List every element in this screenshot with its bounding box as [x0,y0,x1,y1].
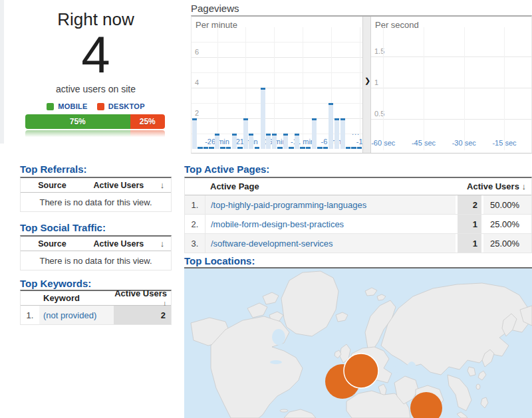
sort-descending-icon[interactable]: ↓ [154,180,171,190]
left-edge-strip [0,0,4,144]
percent-cell: 25.00% [483,215,531,233]
active-users-cell: 1 [456,234,483,253]
current-minute-loading-dots: ... [352,128,360,136]
active-users-cell: 2 [114,306,171,324]
sort-descending-icon[interactable]: ↓ [154,239,171,249]
world-map [184,268,532,418]
page-link[interactable]: /mobile-form-design-best-practices [211,219,344,229]
page-link[interactable]: /top-highly-paid-programming-languages [211,200,366,210]
col-active-page[interactable]: Active Page [205,181,461,191]
active-users-cell: 1 [456,215,483,233]
page-cell: /software-development-services [205,234,456,253]
col-source[interactable]: Source [21,181,84,190]
device-split-bar: 75% 25% [25,114,165,129]
table-header: Source Active Users ↓ [21,178,171,193]
mobile-swatch-icon [47,103,54,110]
top-locations-heading: Top Locations: [184,255,255,266]
legend-mobile: MOBILE [47,102,88,110]
col-source[interactable]: Source [21,239,84,249]
table-row: 3. /software-development-services 1 25.0… [185,234,531,253]
per-second-label: Per second [375,20,419,30]
top-keywords-heading: Top Keywords: [20,278,91,289]
page-cell: /top-highly-paid-programming-languages [205,195,456,214]
col-active-users[interactable]: Active Users ↓ [110,288,171,308]
desktop-swatch-icon [97,103,104,110]
top-active-pages-heading: Top Active Pages: [184,163,269,175]
active-users-subtitle: active users on site [20,84,172,94]
percent-cell: 50.00% [483,195,531,214]
chart-divider: ❯ [362,17,371,153]
keyword-cell: (not provided) [39,306,114,324]
sort-descending-icon[interactable]: ↓ [522,181,527,191]
table-row: 2. /mobile-form-design-best-practices 1 … [185,215,531,234]
col-active-users[interactable]: Active Users ↓ [461,181,531,191]
mobile-share-segment: 75% [25,114,130,129]
ga-realtime-dashboard: Right now 4 active users on site MOBILE … [0,0,532,418]
pageviews-title: Pageviews [191,3,239,14]
col-active-users[interactable]: Active Users [84,239,154,249]
col-active-users[interactable]: Active Users [84,181,154,190]
table-header: Keyword Active Users ↓ [21,291,171,306]
top-active-pages-table: Active Page Active Users ↓ 1. /top-highl… [184,177,532,253]
active-users-cell: 2 [456,195,483,214]
empty-state-text: There is no data for this view. [21,193,171,211]
table-header: Source Active Users ↓ [21,237,171,251]
legend-desktop-label: DESKTOP [108,102,145,110]
active-users-count: 4 [20,27,172,82]
top-referrals-heading: Top Referrals: [20,163,87,175]
desktop-share-segment: 25% [130,114,166,129]
row-rank: 1. [21,310,39,320]
page-cell: /mobile-form-design-best-practices [205,215,456,233]
page-link[interactable]: /software-development-services [211,239,333,249]
pageviews-charts-panel: Per minute 246-26 min-21 min-16 min-11 m… [191,15,532,154]
top-social-table: Source Active Users ↓ There is no data f… [20,235,172,270]
row-rank: 3. [185,234,205,253]
legend-desktop: DESKTOP [97,102,145,110]
row-rank: 2. [185,215,205,233]
row-rank: 1. [185,195,205,214]
device-legend: MOBILE DESKTOP [20,102,172,110]
location-marker [344,354,378,388]
locations-map[interactable] [184,267,532,418]
empty-state-text: There is no data for this view. [21,251,171,270]
per-second-chart: Per second 0.511.5-60 sec-45 sec-30 sec-… [371,17,532,153]
table-row: 1. /top-highly-paid-programming-language… [185,195,531,215]
keyword-link[interactable]: (not provided) [43,310,96,320]
top-keywords-table: Keyword Active Users ↓ 1. (not provided)… [20,290,172,325]
table-row: 1. (not provided) 2 [21,306,171,324]
percent-cell: 25.00% [483,234,531,253]
chevron-right-icon[interactable]: ❯ [364,76,371,85]
table-header: Active Page Active Users ↓ [185,178,531,195]
top-referrals-table: Source Active Users ↓ There is no data f… [20,177,172,212]
per-minute-label: Per minute [196,20,237,30]
col-keyword[interactable]: Keyword [39,293,110,303]
per-minute-chart: Per minute 246-26 min-21 min-16 min-11 m… [192,17,362,153]
legend-mobile-label: MOBILE [58,102,88,110]
top-social-heading: Top Social Traffic: [20,222,106,233]
device-split-reflection [25,130,165,138]
